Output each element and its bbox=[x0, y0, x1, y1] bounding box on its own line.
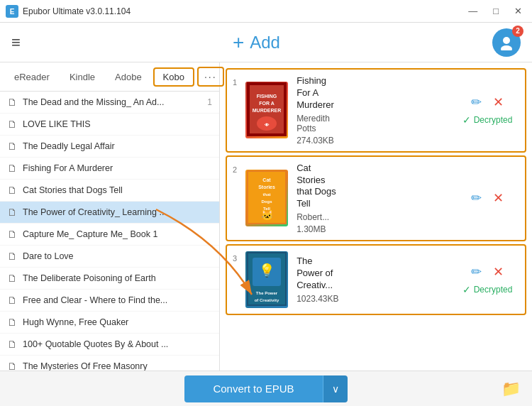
file-icon: 🗋 bbox=[7, 207, 17, 218]
entry-num-1: 1 bbox=[233, 75, 237, 87]
book-title: The Dead and the Missing_ An Ad... bbox=[23, 97, 164, 107]
book-title: Capture Me_ Capture Me_ Book 1 bbox=[23, 229, 157, 239]
list-item[interactable]: 🗋 The Dead and the Missing_ An Ad... 1 bbox=[0, 92, 219, 114]
add-button[interactable]: + Add bbox=[233, 33, 280, 53]
book-title: LOVE LIKE THIS bbox=[23, 119, 91, 129]
list-item[interactable]: 🗋 Fishing For A Murderer bbox=[0, 158, 219, 180]
maximize-button[interactable]: □ bbox=[489, 4, 503, 18]
book-title: Free and Clear - Where to Find the... bbox=[23, 295, 167, 305]
file-icon: 🗋 bbox=[7, 361, 17, 371]
file-icon: 🗋 bbox=[7, 141, 17, 152]
book-title: The Power of Creativity_ Learning ... bbox=[23, 207, 167, 217]
list-item[interactable]: 🗋 Cat Stories that Dogs Tell bbox=[0, 180, 219, 202]
book-num: 1 bbox=[207, 97, 212, 107]
svg-text:MURDERER: MURDERER bbox=[253, 108, 281, 113]
left-panel: eReader Kindle Adobe Kobo ··· 🗋 The Dead… bbox=[0, 62, 220, 371]
book-title: Fishing For A Murderer bbox=[23, 163, 113, 173]
book-size-1: 274.03KB bbox=[297, 136, 447, 146]
edit-button-1[interactable]: ✏ bbox=[471, 94, 482, 110]
svg-point-3 bbox=[501, 45, 512, 50]
title-bar: E Epubor Ultimate v3.0.11.104 — □ ✕ bbox=[0, 0, 532, 23]
list-item[interactable]: 🗋 The Mysteries Of Free Masonry bbox=[0, 356, 219, 371]
convert-dropdown-button[interactable]: ∨ bbox=[323, 375, 348, 402]
book-size-3: 1023.43KB bbox=[297, 294, 447, 304]
file-icon: 🗋 bbox=[7, 339, 17, 350]
list-item[interactable]: 🗋 The Deliberate Poisoning of Earth bbox=[0, 268, 219, 290]
book-info-3: ThePower ofCreativ... 1023.43KB bbox=[297, 256, 447, 304]
svg-text:that: that bbox=[263, 192, 271, 197]
file-icon: 🗋 bbox=[7, 295, 17, 306]
entry-num-3: 3 bbox=[233, 251, 237, 263]
svg-text:E: E bbox=[10, 8, 15, 16]
main-layout: eReader Kindle Adobe Kobo ··· 🗋 The Dead… bbox=[0, 62, 532, 371]
book-list: 🗋 The Dead and the Missing_ An Ad... 1 🗋… bbox=[0, 92, 219, 371]
decrypted-badge-1: ✓ Decrypted bbox=[462, 114, 513, 126]
book-cover-3: 💡 The Power of Creativity bbox=[245, 251, 288, 308]
minimize-button[interactable]: — bbox=[464, 4, 482, 18]
book-entry-1: 1 FISHING FOR A MURDERER 👁 bbox=[226, 68, 526, 153]
book-name-2: CatStoriesthat DogsTell bbox=[297, 163, 447, 211]
svg-text:💡: 💡 bbox=[259, 263, 275, 278]
book-info-1: FishingFor AMurderer MeredithPotts 274.0… bbox=[297, 75, 447, 146]
svg-text:🐱: 🐱 bbox=[261, 209, 274, 221]
book-size-2: 1.30MB bbox=[297, 224, 447, 234]
file-icon: 🗋 bbox=[7, 185, 17, 196]
edit-button-3[interactable]: ✏ bbox=[471, 264, 482, 280]
list-item[interactable]: 🗋 Dare to Love bbox=[0, 246, 219, 268]
action-row-3: ✏ ✕ bbox=[471, 264, 504, 280]
cover-inner-2: Cat Stories that Dogs Tell 🐱 bbox=[245, 170, 288, 226]
decrypted-label-3: Decrypted bbox=[474, 285, 513, 295]
book-title: 100+ Quotable Quotes By & About ... bbox=[23, 339, 168, 349]
list-item[interactable]: 🗋 Hugh Wynne, Free Quaker bbox=[0, 312, 219, 334]
tab-ereader[interactable]: eReader bbox=[6, 69, 58, 85]
list-item-active[interactable]: 🗋 The Power of Creativity_ Learning ... bbox=[0, 202, 219, 224]
hamburger-icon[interactable]: ≡ bbox=[11, 33, 21, 52]
book-name-3: ThePower ofCreativ... bbox=[297, 256, 447, 292]
book-cover-2: Cat Stories that Dogs Tell 🐱 bbox=[245, 170, 288, 226]
delete-button-2[interactable]: ✕ bbox=[493, 190, 504, 206]
folder-button[interactable]: 📁 bbox=[501, 380, 521, 398]
user-badge: 2 bbox=[512, 26, 523, 37]
delete-button-1[interactable]: ✕ bbox=[493, 94, 504, 110]
file-icon: 🗋 bbox=[7, 229, 17, 240]
book-info-2: CatStoriesthat DogsTell Robert... 1.30MB bbox=[297, 163, 447, 235]
tab-kindle[interactable]: Kindle bbox=[61, 69, 104, 85]
bottom-bar: Convert to EPUB ∨ 📁 bbox=[0, 371, 532, 406]
book-actions-2: ✏ ✕ bbox=[455, 190, 519, 206]
book-entry-3: 3 💡 The Power of Creativity bbox=[226, 244, 526, 315]
entry-num-2: 2 bbox=[233, 163, 237, 174]
edit-button-2[interactable]: ✏ bbox=[471, 190, 482, 206]
svg-text:Cat: Cat bbox=[262, 177, 271, 182]
list-item[interactable]: 🗋 100+ Quotable Quotes By & About ... bbox=[0, 334, 219, 356]
file-icon: 🗋 bbox=[7, 97, 17, 108]
right-panel: 1 FISHING FOR A MURDERER 👁 bbox=[220, 62, 532, 371]
book-title: The Deliberate Poisoning of Earth bbox=[23, 273, 156, 283]
svg-text:👁: 👁 bbox=[265, 123, 270, 127]
book-title: Hugh Wynne, Free Quaker bbox=[23, 317, 128, 327]
book-author-1: MeredithPotts bbox=[297, 114, 447, 133]
book-entry-2: 2 Cat Stories that Dogs Tell 🐱 bbox=[226, 155, 526, 242]
list-item[interactable]: 🗋 Free and Clear - Where to Find the... bbox=[0, 290, 219, 312]
add-label: Add bbox=[250, 33, 280, 53]
check-icon-1: ✓ bbox=[462, 114, 471, 126]
list-item[interactable]: 🗋 The Deadly Legal Affair bbox=[0, 136, 219, 158]
file-icon: 🗋 bbox=[7, 119, 17, 130]
tab-adobe[interactable]: Adobe bbox=[106, 69, 150, 85]
delete-button-3[interactable]: ✕ bbox=[493, 264, 504, 280]
list-item[interactable]: 🗋 LOVE LIKE THIS bbox=[0, 114, 219, 136]
svg-text:FOR A: FOR A bbox=[259, 101, 275, 106]
cover-inner-1: FISHING FOR A MURDERER 👁 bbox=[245, 82, 288, 138]
svg-point-2 bbox=[503, 37, 510, 44]
close-button[interactable]: ✕ bbox=[510, 4, 526, 18]
convert-button[interactable]: Convert to EPUB bbox=[184, 375, 322, 402]
plus-icon: + bbox=[233, 33, 244, 53]
app-logo: E bbox=[6, 5, 18, 18]
file-icon: 🗋 bbox=[7, 273, 17, 284]
tab-kobo[interactable]: Kobo bbox=[153, 67, 194, 87]
user-icon-wrap[interactable]: 2 bbox=[492, 28, 521, 57]
file-icon: 🗋 bbox=[7, 317, 17, 328]
svg-text:Dogs: Dogs bbox=[262, 199, 273, 204]
list-item[interactable]: 🗋 Capture Me_ Capture Me_ Book 1 bbox=[0, 224, 219, 246]
decrypted-label-1: Decrypted bbox=[474, 115, 513, 125]
file-icon: 🗋 bbox=[7, 251, 17, 262]
